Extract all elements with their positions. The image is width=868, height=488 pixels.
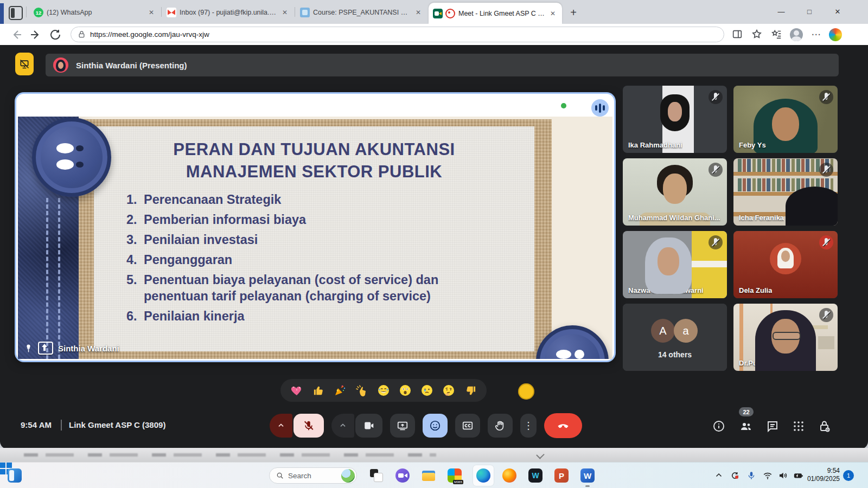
back-icon[interactable] (10, 28, 23, 41)
participant-count-badge: 22 (739, 407, 754, 416)
tray-volume-icon[interactable] (778, 471, 788, 480)
more-options-button[interactable]: ⋮ (520, 414, 537, 438)
tray-wifi-icon[interactable] (763, 471, 773, 480)
activities-grid-icon[interactable] (792, 420, 805, 433)
mic-mute-button[interactable] (293, 414, 324, 438)
refresh-icon[interactable] (49, 28, 62, 41)
favorite-star-icon[interactable] (751, 28, 764, 41)
window-maximize-button[interactable]: □ (796, 0, 822, 23)
browser-menu-icon[interactable]: ⋯ (809, 28, 822, 41)
camera-options-chevron[interactable] (331, 414, 354, 438)
word-icon[interactable]: W (580, 468, 595, 483)
reaction-astonished-face[interactable] (398, 383, 412, 397)
new-tab-button[interactable]: + (565, 4, 582, 21)
taskbar-clock[interactable]: 9:54 01/09/2025 (797, 467, 840, 483)
collections-icon[interactable] (770, 28, 783, 41)
meeting-details-icon[interactable] (712, 420, 725, 433)
tray-chevron-icon[interactable] (714, 471, 724, 480)
taskbar-search[interactable]: Search (269, 467, 357, 484)
webex-icon[interactable]: W (528, 468, 542, 483)
participant-name: Dela Zulia (739, 286, 772, 294)
weather-icon[interactable] (341, 469, 355, 483)
mic-options-chevron[interactable] (270, 414, 292, 438)
m365-copilot-icon[interactable]: M365 (448, 468, 462, 483)
reaction-thumbs-up[interactable] (311, 383, 326, 397)
meet-control-bar: 9:54 AM Link Gmeet ASP C (3809) (0, 412, 868, 440)
reaction-sparkling-heart[interactable] (290, 383, 304, 397)
tab-close-icon[interactable]: ✕ (413, 8, 423, 17)
taskbar-widgets-icon[interactable] (8, 468, 22, 483)
window-close-button[interactable]: ✕ (825, 0, 851, 23)
tray-sync-recording-icon[interactable] (730, 471, 740, 480)
meeting-time: 9:54 AM (21, 420, 52, 429)
raise-hand-button[interactable] (488, 414, 513, 438)
reaction-party-popper[interactable] (333, 383, 347, 397)
chat-icon[interactable] (766, 420, 779, 433)
address-bar[interactable]: https://meet.google.com/jau-vrvq-xjw (71, 27, 724, 42)
tab-close-icon[interactable]: ✕ (146, 8, 156, 17)
presenter-overlay: Sinthia Wardani (24, 342, 119, 355)
url-text[interactable]: https://meet.google.com/jau-vrvq-xjw (90, 30, 209, 38)
host-controls-lock-icon[interactable] (818, 420, 831, 433)
reaction-thinking-face[interactable] (442, 383, 456, 397)
reactions-button-active[interactable] (423, 414, 448, 438)
tab-course[interactable]: Course: PSPE_AKUNTANSI SEKTO ✕ (296, 3, 427, 22)
copilot-icon[interactable] (829, 28, 842, 41)
notification-badge[interactable]: 1 (843, 470, 854, 481)
whatsapp-favicon: 12 (34, 8, 43, 17)
reaction-face-with-tears-of-joy[interactable] (376, 383, 391, 397)
powerpoint-icon[interactable]: P (554, 468, 569, 483)
participant-tile[interactable]: Nazwa Devita Mawarni (623, 231, 727, 298)
participant-tile[interactable]: Dr.Pujiati M.Pd. (733, 304, 838, 371)
captions-button[interactable] (455, 414, 480, 438)
participant-name: Ika Rahmadhani (628, 141, 682, 149)
pin-icon (24, 344, 33, 353)
presentation-blocked-icon[interactable] (15, 53, 34, 75)
course-favicon (300, 8, 310, 17)
task-view-icon[interactable] (369, 468, 384, 483)
taskbar: Search M365 W P W 9:54 (0, 462, 868, 488)
tab-title: (12) WhatsApp (47, 9, 143, 16)
reaction-clapping-hands[interactable] (355, 383, 369, 397)
file-explorer-icon[interactable] (422, 468, 436, 483)
presenter-avatar (53, 57, 68, 73)
split-screen-icon[interactable] (731, 28, 744, 41)
tray-mic-icon[interactable] (746, 471, 756, 480)
tab-close-icon[interactable]: ✕ (548, 9, 558, 18)
camera-button[interactable] (355, 414, 382, 438)
presentation-frame[interactable]: PERAN DAN TUJUAN AKUNTANSI MANAJEMEN SEK… (16, 94, 614, 361)
reaction-thumbs-down[interactable] (463, 383, 477, 397)
slide-canvas: PERAN DAN TUJUAN AKUNTANSI MANAJEMEN SEK… (94, 126, 534, 351)
participant-tile[interactable]: Muhammad Wildan Ghani... (623, 158, 727, 226)
skin-tone-selector[interactable] (518, 383, 534, 400)
participant-tile[interactable]: Icha Feranika (733, 158, 838, 226)
tab-whatsapp[interactable]: 12 (12) WhatsApp ✕ (29, 3, 161, 22)
people-icon[interactable] (739, 420, 752, 433)
reactions-bar (280, 379, 487, 402)
tab-title: Course: PSPE_AKUNTANSI SEKTO (313, 9, 410, 16)
participant-tile[interactable]: Ika Rahmadhani (623, 86, 727, 153)
participant-tile-others[interactable]: A a 14 others (623, 304, 727, 371)
tab-workspaces-icon[interactable] (9, 6, 23, 20)
participant-name: Muhammad Wildan Ghani... (628, 214, 720, 222)
end-call-button[interactable] (544, 413, 582, 438)
reaction-crying-face[interactable] (420, 383, 434, 397)
present-screen-button[interactable] (390, 414, 415, 438)
teams-chat-icon[interactable] (395, 468, 410, 483)
presenting-banner[interactable]: Sinthia Wardani (Presenting) (46, 54, 839, 76)
mic-muted-icon (709, 90, 723, 104)
profile-avatar[interactable] (790, 28, 803, 41)
forward-icon[interactable] (29, 28, 42, 41)
tab-gmail-inbox[interactable]: Inbox (97) - pujiati@fkip.unila.ac.i ✕ (162, 3, 294, 22)
meeting-code: Link Gmeet ASP C (3809) (69, 420, 165, 429)
edge-icon[interactable] (476, 468, 490, 483)
tab-close-icon[interactable]: ✕ (280, 8, 290, 17)
tab-title: Meet - Link Gmeet ASP C (38 (458, 10, 545, 17)
mic-muted-icon (709, 163, 723, 177)
participant-tile[interactable]: Feby Ys (733, 86, 838, 153)
participant-tile[interactable]: Dela Zulia (733, 231, 838, 298)
firefox-icon[interactable] (502, 468, 516, 483)
live-dot (561, 103, 566, 108)
tab-meet-active[interactable]: Meet - Link Gmeet ASP C (38 ✕ (429, 3, 562, 24)
window-minimize-button[interactable]: — (768, 0, 794, 23)
